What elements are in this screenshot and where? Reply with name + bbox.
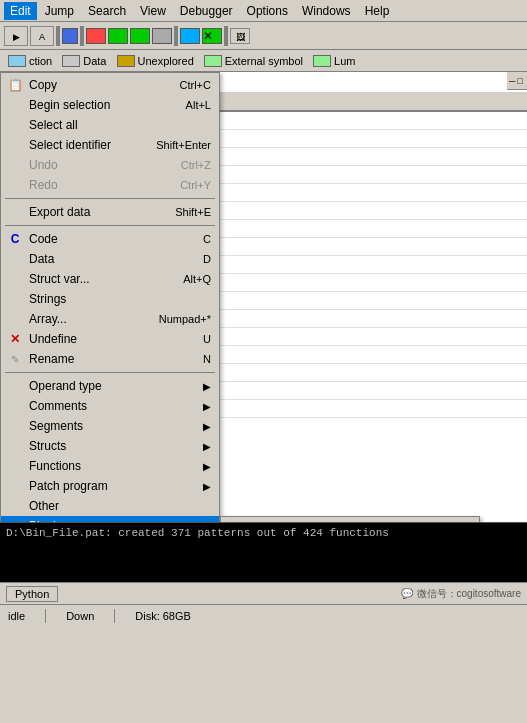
watermark-icon: 💬 (401, 588, 413, 599)
menu-view[interactable]: View (134, 2, 172, 20)
legend-action: ction (8, 55, 52, 67)
menu-search[interactable]: Search (82, 2, 132, 20)
menu-item-select-identifier-label: Select identifier (29, 138, 111, 152)
dropdown-overlay: 📋 Copy Ctrl+C Begin selection Alt+L Sele… (0, 72, 220, 522)
menu-debugger[interactable]: Debugger (174, 2, 239, 20)
menu-item-select-identifier[interactable]: Select identifier Shift+Enter (1, 135, 219, 155)
menu-item-undefine[interactable]: ✕ Undefine U (1, 329, 219, 349)
patch-program-arrow: ▶ (203, 481, 211, 492)
menu-item-copy-shortcut: Ctrl+C (160, 79, 211, 91)
comments-arrow: ▶ (203, 401, 211, 412)
menu-item-redo[interactable]: Redo Ctrl+Y (1, 175, 219, 195)
legend-box-lum (313, 55, 331, 67)
menu-item-comments-label: Comments (29, 399, 87, 413)
menu-item-functions-label: Functions (29, 459, 81, 473)
menu-item-undefine-shortcut: U (183, 333, 211, 345)
toolbar-color-blue (62, 28, 78, 44)
code-icon: C (5, 232, 25, 246)
toolbar-sep-1 (56, 26, 60, 46)
toolbar-icon-2[interactable]: A (30, 26, 54, 46)
menu-item-select-all-label: Select all (29, 118, 78, 132)
legend-label-unexplored: Unexplored (138, 55, 194, 67)
toolbar-color-cyan (180, 28, 200, 44)
toolbar-color-red (86, 28, 106, 44)
menu-item-rename-shortcut: N (183, 353, 211, 365)
legend-label-lum: Lum (334, 55, 355, 67)
menu-item-array-shortcut: Numpad+* (139, 313, 211, 325)
menu-bar: Edit Jump Search View Debugger Options W… (0, 0, 527, 22)
menu-item-comments[interactable]: Comments ▶ (1, 396, 219, 416)
menu-item-code-label: Code (29, 232, 58, 246)
toolbar-sep-4 (224, 26, 228, 46)
menu-item-code-shortcut: C (183, 233, 211, 245)
toolbar-icon-x[interactable]: ✕ (202, 28, 222, 44)
menu-item-code[interactable]: C Code C (1, 229, 219, 249)
sep-2 (5, 225, 215, 226)
menu-item-undo[interactable]: Undo Ctrl+Z (1, 155, 219, 175)
plugins-arrow: ▶ (203, 521, 211, 523)
toolbar-icon-1[interactable]: ▶ (4, 26, 28, 46)
menu-item-array-label: Array... (29, 312, 67, 326)
menu-item-struct-var-shortcut: Alt+Q (163, 273, 211, 285)
menu-jump[interactable]: Jump (39, 2, 80, 20)
status-sep-1 (45, 609, 46, 623)
menu-item-functions[interactable]: Functions ▶ (1, 456, 219, 476)
menu-edit[interactable]: Edit (4, 2, 37, 20)
toolbar-icon-img[interactable]: 🖼 (230, 28, 250, 44)
toolbar-color-gray (152, 28, 172, 44)
rename-icon: ✎ (5, 354, 25, 365)
menu-item-segments-label: Segments (29, 419, 83, 433)
menu-item-other[interactable]: Other (1, 496, 219, 516)
menu-item-operand-type[interactable]: Operand type ▶ (1, 376, 219, 396)
menu-item-struct-var-label: Struct var... (29, 272, 90, 286)
functions-arrow: ▶ (203, 461, 211, 472)
operand-type-arrow: ▶ (203, 381, 211, 392)
submenu-item-quick-run[interactable]: 🔌 Quick run plugins Ctrl+3 (221, 519, 479, 522)
menu-item-select-all[interactable]: Select all (1, 115, 219, 135)
python-tab[interactable]: Python (6, 586, 58, 602)
menu-options[interactable]: Options (241, 2, 294, 20)
toolbar: ▶ A ✕ 🖼 (0, 22, 527, 50)
menu-item-plugins[interactable]: Plugins ▶ (1, 516, 219, 522)
legend-label-data: Data (83, 55, 106, 67)
menu-help[interactable]: Help (359, 2, 396, 20)
toolbar-color-green (108, 28, 128, 44)
edit-menu: 📋 Copy Ctrl+C Begin selection Alt+L Sele… (0, 72, 220, 522)
menu-item-copy-label: Copy (29, 78, 57, 92)
menu-item-rename[interactable]: ✎ Rename N (1, 349, 219, 369)
legend-label-action: ction (29, 55, 52, 67)
legend-box-unexplored (117, 55, 135, 67)
minimize-icon[interactable]: ─ (509, 76, 515, 86)
legend-label-external: External symbol (225, 55, 303, 67)
menu-item-array[interactable]: Array... Numpad+* (1, 309, 219, 329)
menu-item-structs[interactable]: Structs ▶ (1, 436, 219, 456)
undefine-icon: ✕ (5, 332, 25, 346)
menu-item-strings[interactable]: Strings (1, 289, 219, 309)
segments-arrow: ▶ (203, 421, 211, 432)
legend-box-action (8, 55, 26, 67)
menu-item-undefine-label: Undefine (29, 332, 77, 346)
menu-item-strings-label: Strings (29, 292, 66, 306)
menu-item-segments[interactable]: Segments ▶ (1, 416, 219, 436)
menu-item-undo-label: Undo (29, 158, 58, 172)
menu-item-copy[interactable]: 📋 Copy Ctrl+C (1, 75, 219, 95)
menu-item-plugins-label: Plugins (29, 519, 68, 522)
menu-item-data-shortcut: D (183, 253, 211, 265)
menu-item-data[interactable]: Data D (1, 249, 219, 269)
maximize-icon[interactable]: □ (517, 76, 522, 86)
menu-item-begin-selection-shortcut: Alt+L (166, 99, 211, 111)
menu-item-struct-var[interactable]: Struct var... Alt+Q (1, 269, 219, 289)
menu-item-other-label: Other (29, 499, 59, 513)
legend-external: External symbol (204, 55, 303, 67)
menu-item-begin-selection[interactable]: Begin selection Alt+L (1, 95, 219, 115)
menu-item-patch-program-label: Patch program (29, 479, 108, 493)
menu-item-begin-selection-label: Begin selection (29, 98, 110, 112)
sep-1 (5, 198, 215, 199)
log-area: D:\Bin_File.pat: created 371 patterns ou… (0, 522, 527, 582)
menu-item-export-data[interactable]: Export data Shift+E (1, 202, 219, 222)
status-bar: idle Down Disk: 68GB (0, 604, 527, 626)
menu-item-redo-shortcut: Ctrl+Y (160, 179, 211, 191)
menu-windows[interactable]: Windows (296, 2, 357, 20)
copy-icon: 📋 (5, 78, 25, 92)
menu-item-patch-program[interactable]: Patch program ▶ (1, 476, 219, 496)
